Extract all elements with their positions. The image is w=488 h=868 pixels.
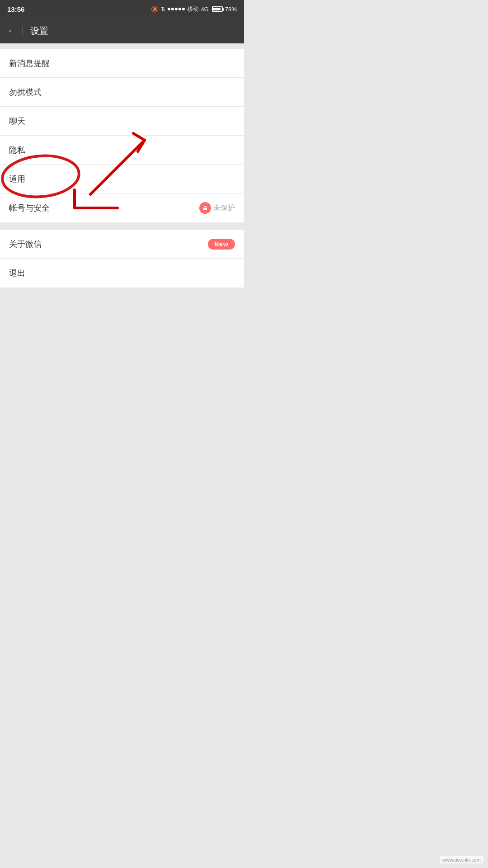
status-right: 🔕 ⇅ 移动 4G 79% <box>151 5 237 13</box>
unprotected-badge: 未保护 <box>199 202 235 214</box>
privacy-label: 隐私 <box>9 145 25 156</box>
carrier-label: 移动 <box>187 5 199 13</box>
app-wrapper: 13:56 🔕 ⇅ 移动 4G 79% ← 设置 <box>0 0 244 434</box>
back-button[interactable]: ← <box>7 25 17 37</box>
top-gap <box>0 43 244 49</box>
header-divider <box>23 26 23 36</box>
battery-percent: 79% <box>225 6 237 13</box>
settings-item-dnd[interactable]: 勿扰模式 <box>0 78 244 107</box>
chat-label: 聊天 <box>9 116 25 127</box>
settings-item-new-message[interactable]: 新消息提醒 <box>0 49 244 78</box>
svg-rect-0 <box>203 208 207 210</box>
settings-group-2: 关于微信 New 退出 <box>0 230 244 288</box>
settings-item-chat[interactable]: 聊天 <box>0 107 244 136</box>
network-label: 4G <box>201 6 209 13</box>
about-wechat-label: 关于微信 <box>9 239 42 250</box>
mute-icon: 🔕 <box>151 5 159 13</box>
status-time: 13:56 <box>7 5 24 13</box>
lock-circle <box>199 202 211 214</box>
battery-icon <box>212 6 223 12</box>
app-header: ← 设置 <box>0 18 244 43</box>
section-separator <box>0 222 244 230</box>
new-message-label: 新消息提醒 <box>9 58 50 69</box>
settings-item-account-security[interactable]: 帐号与安全 未保护 <box>0 193 244 222</box>
settings-item-logout[interactable]: 退出 <box>0 259 244 288</box>
new-badge: New <box>208 239 235 250</box>
unprotected-text: 未保护 <box>213 203 235 213</box>
account-security-label: 帐号与安全 <box>9 203 50 213</box>
battery-fill <box>213 8 221 10</box>
settings-item-about-wechat[interactable]: 关于微信 New <box>0 230 244 259</box>
logout-label: 退出 <box>9 268 25 278</box>
signal-dots <box>168 8 185 10</box>
bottom-area <box>0 288 244 423</box>
general-label: 通用 <box>9 174 25 184</box>
settings-item-general[interactable]: 通用 <box>0 165 244 193</box>
status-bar: 13:56 🔕 ⇅ 移动 4G 79% <box>0 0 244 18</box>
settings-group-1: 新消息提醒 勿扰模式 聊天 隐私 通用 帐号与安全 未保护 <box>0 49 244 222</box>
page-title: 设置 <box>30 25 48 37</box>
lock-icon <box>202 205 208 211</box>
dnd-label: 勿扰模式 <box>9 87 42 98</box>
data-transfer-icon: ⇅ <box>161 6 165 12</box>
settings-item-privacy[interactable]: 隐私 <box>0 136 244 165</box>
